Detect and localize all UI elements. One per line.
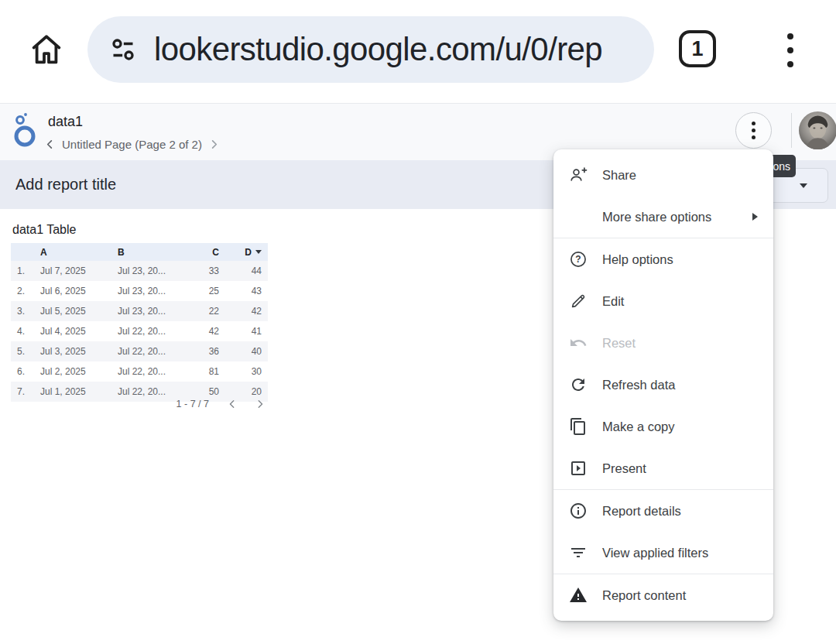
tab-switcher-button[interactable]: 1	[679, 30, 716, 67]
looker-studio-logo-icon	[12, 111, 38, 149]
tab-count: 1	[691, 37, 703, 61]
previous-page-icon[interactable]	[45, 139, 55, 149]
edit-icon	[569, 292, 588, 310]
menu-item-label: Report content	[602, 588, 686, 603]
home-icon[interactable]	[28, 31, 65, 68]
refresh-icon	[569, 375, 588, 394]
next-page-icon[interactable]	[209, 139, 219, 149]
pagination-next-icon[interactable]	[255, 399, 265, 409]
icon-spacer	[569, 207, 588, 226]
menu-item-reset: Reset	[553, 322, 773, 364]
browser-menu-icon[interactable]	[784, 33, 797, 67]
column-header-c[interactable]: C	[199, 247, 219, 258]
report-title-placeholder[interactable]: Add report title	[15, 176, 116, 194]
table-row: 1.Jul 7, 2025Jul 23, 20...3344	[11, 261, 268, 281]
help-icon: ?	[569, 250, 588, 269]
menu-item-view-applied-filters[interactable]: View applied filters	[553, 532, 773, 574]
present-icon	[569, 459, 588, 478]
url-text[interactable]: lookerstudio.google.com/u/0/rep	[154, 31, 602, 68]
url-bar[interactable]: lookerstudio.google.com/u/0/rep	[87, 16, 654, 83]
menu-item-label: More share options	[602, 210, 711, 224]
page-navigation: Untitled Page (Page 2 of 2)	[45, 138, 219, 151]
menu-item-label: Edit	[602, 294, 624, 309]
filter-icon	[569, 543, 588, 562]
warning-icon	[569, 586, 588, 605]
table-row: 2.Jul 6, 2025Jul 23, 20...2543	[11, 281, 268, 301]
column-header-a[interactable]: A	[40, 247, 118, 258]
page-label[interactable]: Untitled Page (Page 2 of 2)	[62, 138, 202, 151]
menu-item-present[interactable]: Present	[553, 447, 773, 489]
menu-item-label: Refresh data	[602, 378, 675, 392]
overflow-menu: Share More share options ? Help options …	[553, 149, 773, 621]
menu-item-share[interactable]: Share	[553, 154, 773, 196]
header-divider	[791, 113, 792, 148]
svg-text:?: ?	[575, 254, 581, 265]
screen: lookerstudio.google.com/u/0/rep 1 data1 …	[0, 0, 836, 644]
sort-desc-icon	[255, 250, 262, 254]
menu-item-label: Reset	[602, 336, 636, 351]
menu-item-label: Make a copy	[602, 420, 675, 434]
menu-item-edit[interactable]: Edit	[553, 280, 773, 322]
menu-item-label: View applied filters	[602, 546, 708, 560]
menu-item-label: Present	[602, 461, 646, 476]
chevron-down-icon	[800, 183, 807, 188]
tooltip-text: ons	[773, 160, 790, 173]
menu-item-label: Report details	[602, 504, 681, 519]
data-table[interactable]: A B C D 1.Jul 7, 2025Jul 23, 20...3344 2…	[11, 243, 268, 402]
table-row: 5.Jul 3, 2025Jul 22, 20...3640	[11, 341, 268, 361]
pagination-label: 1 - 7 / 7	[176, 399, 209, 409]
table-row: 6.Jul 2, 2025Jul 22, 20...8130	[11, 361, 268, 382]
menu-item-help-options[interactable]: ? Help options	[553, 238, 773, 280]
menu-item-label: Share	[602, 168, 636, 183]
report-title: data1	[48, 114, 83, 130]
undo-icon	[569, 334, 588, 352]
table-pagination: 1 - 7 / 7	[11, 399, 268, 409]
menu-item-more-share-options[interactable]: More share options	[553, 196, 773, 238]
table-chart-title: data1 Table	[12, 223, 76, 237]
menu-item-make-a-copy[interactable]: Make a copy	[553, 406, 773, 447]
avatar[interactable]	[799, 111, 836, 149]
site-settings-icon[interactable]	[108, 34, 139, 65]
menu-item-report-details[interactable]: Report details	[553, 490, 773, 532]
menu-item-report-content[interactable]: Report content	[553, 574, 773, 616]
more-options-button[interactable]	[735, 112, 772, 149]
info-icon	[569, 502, 588, 520]
column-header-b[interactable]: B	[118, 247, 199, 258]
pagination-prev-icon[interactable]	[228, 399, 237, 409]
table-row: 4.Jul 4, 2025Jul 22, 20...4241	[11, 321, 268, 341]
menu-item-refresh-data[interactable]: Refresh data	[553, 364, 773, 406]
person-add-icon	[569, 166, 588, 184]
submenu-arrow-icon	[752, 213, 758, 221]
table-header-row[interactable]: A B C D	[11, 243, 268, 261]
menu-item-label: Help options	[602, 252, 673, 267]
column-header-d[interactable]: D	[219, 247, 268, 258]
table-row: 3.Jul 5, 2025Jul 23, 20...2242	[11, 301, 268, 321]
copy-icon	[569, 417, 588, 436]
browser-toolbar: lookerstudio.google.com/u/0/rep 1	[0, 0, 836, 104]
